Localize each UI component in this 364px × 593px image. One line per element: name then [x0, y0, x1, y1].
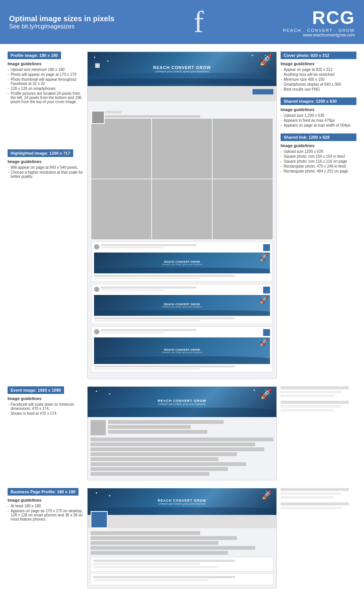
biz-post-2	[91, 573, 273, 585]
fb-post-img-sub-2: Unleash your brand, grow your business	[162, 306, 202, 308]
fb-post-3: REACH CONVERT GROW Unleash your brand, g…	[91, 326, 273, 372]
shared-guidelines-title: Image guidelines	[281, 107, 356, 112]
star-1: ✦	[93, 56, 96, 59]
event-cover: ✦ ✦ ✦ REACH CONVERT GROW Unleash your br…	[88, 387, 276, 417]
biz-profile-img	[91, 511, 108, 528]
fb-post-line-3	[94, 317, 235, 319]
fb-post-img-3: REACH CONVERT GROW Unleash your brand, g…	[94, 337, 270, 364]
fb-action-bar-2	[263, 287, 270, 293]
event-star-3: ✦	[253, 389, 256, 392]
fb-post-name-line-2	[101, 287, 196, 289]
grid-img-4	[91, 179, 151, 239]
event-guideline-1: Facebook will scale down to minimum dime…	[8, 402, 83, 411]
profile-guideline-3: Photo thumbnail will appear throughout F…	[8, 77, 83, 86]
shared-link-guideline-4: Rectangular photo: 470 x 246 in feed	[281, 164, 356, 168]
biz-line-4	[91, 546, 255, 550]
section-event: Event image: 1920 x 1080 Image guideline…	[8, 386, 356, 480]
fb-post-date-line-2	[101, 289, 165, 291]
event-guidelines-title: Image guidelines	[8, 396, 83, 401]
biz-guidelines-title: Image guidelines	[8, 498, 83, 502]
event-line-2	[108, 425, 191, 429]
shared-link-guideline-3: Square photo: min 116 x 116 on page	[281, 159, 356, 163]
biz-line-2	[91, 536, 237, 540]
fb-page-mockup: ✦ ✦ ✦ REACH CONVERT GROW Unleash your br…	[87, 52, 277, 379]
fb-post-line-6	[94, 368, 199, 370]
right-panel-biz	[281, 488, 356, 588]
rocket-icon-post-1: 🚀	[260, 253, 268, 262]
shared-link-guideline-1: Upload size 1200 x 628	[281, 149, 356, 154]
profile-guideline-1: Upload size minimum 180 x 180	[8, 67, 83, 72]
cover-guideline-1: Appear on page at 820 x 312	[281, 67, 356, 72]
event-thumb	[91, 420, 106, 435]
facebook-icon: f	[194, 7, 204, 37]
shared-guideline-1: Upload size 1,200 x 630	[281, 113, 356, 118]
biz-line-1	[91, 531, 200, 535]
fb-post-line-1	[94, 275, 235, 277]
biz-post	[91, 557, 273, 572]
fb-post-line-2	[94, 278, 199, 279]
biz-right-line-2	[281, 493, 341, 495]
event-gray-col	[108, 420, 273, 435]
shared-link-guidelines-title: Image guidelines	[281, 143, 356, 148]
highlighted-badge: Highlighted image: 1200 x 717	[8, 149, 73, 157]
biz-right-line-3	[281, 496, 334, 499]
biz-title: REACH CONVERT GROW	[158, 499, 206, 502]
biz-right-line-4	[281, 502, 349, 505]
grid-img-1	[91, 119, 151, 179]
right-panel-event	[281, 386, 356, 480]
event-badge: Event image: 1920 x 1080	[8, 386, 64, 394]
header: Optimal image sizes in pixels See bit.ly…	[0, 0, 364, 44]
biz-subtitle: Unleash your brand, grow your business	[158, 502, 206, 505]
shared-link-badge: Shared link: 1200 x 628	[281, 133, 356, 141]
event-body-line-8	[91, 472, 209, 476]
fb-action-bar-3	[263, 329, 270, 336]
biz-right-line-5	[281, 507, 341, 509]
fb-cover: ✦ ✦ ✦ REACH CONVERT GROW Unleash your br…	[88, 52, 276, 86]
fb-post-lines-2	[101, 287, 260, 293]
profile-guideline-5: Profile pictures are located 24 pixels f…	[8, 91, 83, 104]
event-right-line-4	[281, 401, 349, 404]
biz-body	[88, 528, 276, 588]
event-body-line-4	[91, 452, 237, 456]
highlighted-guideline-1: Will appear on page at 843 x 540 pixels.	[8, 165, 83, 169]
profile-guidelines-title: Image guidelines	[8, 61, 83, 66]
biz-star-2: ✦	[108, 494, 111, 497]
highlighted-guidelines-list: Will appear on page at 843 x 540 pixels.…	[8, 165, 83, 179]
highlighted-guideline-2: Choose a higher resolution at that scale…	[8, 170, 83, 179]
shared-guidelines-list: Upload size 1,200 x 630 Appears in feed …	[281, 113, 356, 127]
biz-guidelines-list: At least 180 x 180 Appears on page as 17…	[8, 504, 83, 521]
shared-link-guidelines-list: Upload size 1200 x 628 Square photo: min…	[281, 149, 356, 173]
profile-guideline-4: 128 x 128 on smartphones	[8, 86, 83, 91]
fb-action-bar-1	[263, 244, 270, 251]
center-panel-biz: ✦ ✦ REACH CONVERT GROW Unleash your bran…	[87, 488, 277, 588]
fb-post-name-line	[101, 244, 196, 246]
event-right-line-6	[281, 409, 334, 411]
fb-action-btn	[253, 89, 273, 94]
shared-guideline-2: Appears in feed as max 470px	[281, 118, 356, 122]
biz-post-2-line-2	[93, 579, 209, 581]
fb-avatar-3	[94, 329, 99, 334]
cover-guideline-3: Minimum size 400 x 150	[281, 77, 356, 82]
event-body-line-1	[91, 438, 273, 441]
fb-post-line-4	[94, 320, 199, 322]
biz-guideline-1: At least 180 x 180	[8, 504, 83, 508]
shared-guideline-3: Appears on page at max width of 504px	[281, 123, 356, 127]
fb-avatar-1	[94, 244, 99, 249]
event-star-1: ✦	[95, 390, 98, 393]
biz-profile-area	[88, 515, 276, 528]
event-right-line-5	[281, 405, 341, 408]
fb-post-img-title-3: REACH CONVERT GROW	[164, 348, 200, 351]
grid-images	[91, 119, 273, 239]
fb-body: REACH CONVERT GROW Unleash your brand, g…	[88, 101, 276, 378]
star-2: ✦	[107, 60, 109, 63]
grid-img-5	[152, 179, 212, 239]
event-guideline-2: Shows in feed at 470 x 174.	[8, 411, 83, 416]
biz-post-line-2	[93, 563, 200, 565]
center-panel-event: ✦ ✦ ✦ REACH CONVERT GROW Unleash your br…	[87, 386, 277, 480]
rcg-logo: RCG	[283, 7, 355, 28]
cover-badge: Cover photo: 820 x 312	[281, 52, 356, 59]
profile-guideline-2: Photo will appear on page at 170 x 170	[8, 72, 83, 77]
star-3: ✦	[251, 54, 254, 57]
biz-post-line-3	[93, 566, 218, 568]
header-subtitle: See bit.ly/rcgimagesizes	[9, 23, 115, 30]
